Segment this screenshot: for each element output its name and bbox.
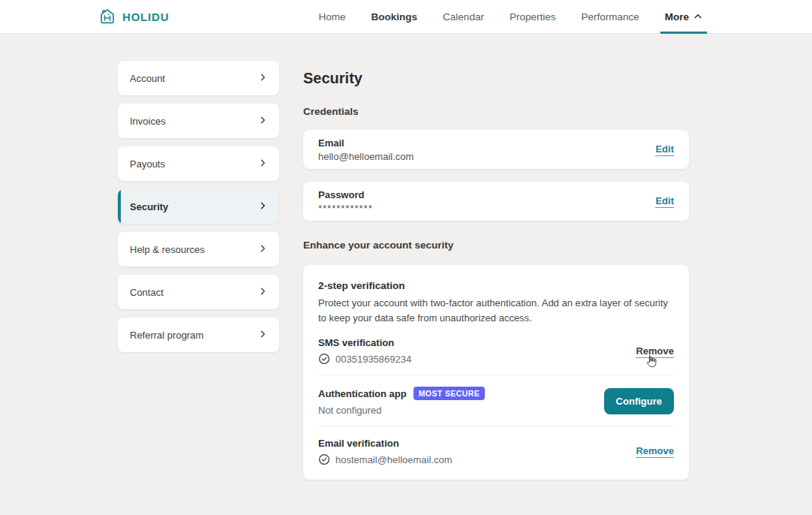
sidebar-item-security[interactable]: Security <box>118 189 279 224</box>
password-credential-row: Password ************ Edit <box>303 182 689 221</box>
sidebar-item-invoices[interactable]: Invoices <box>118 104 279 138</box>
chevron-right-icon <box>258 73 267 84</box>
brand-name: HOLIDU <box>122 11 169 23</box>
nav-item-performance[interactable]: Performance <box>581 0 639 33</box>
sidebar-item-referral-program[interactable]: Referral program <box>118 318 279 352</box>
nav-item-bookings[interactable]: Bookings <box>371 0 418 33</box>
configure-authentication-app-button[interactable]: Configure <box>604 388 674 414</box>
authentication-app-status: Not configured <box>318 405 382 416</box>
sms-verification-row: SMS verification 00351935869234 Remove <box>318 326 674 375</box>
two-step-verification-description: Protect your account with two-factor aut… <box>318 296 674 326</box>
email-verification-row: Email verification hostemail@helloemail.… <box>318 426 674 475</box>
two-step-verification-title: 2-step verification <box>318 280 674 291</box>
chevron-right-icon <box>258 330 267 341</box>
settings-sidebar: Account Invoices Payouts Security Help &… <box>118 61 279 480</box>
sidebar-item-account[interactable]: Account <box>118 61 279 95</box>
chevron-right-icon <box>258 116 267 127</box>
check-circle-icon <box>318 453 330 465</box>
security-settings-panel: Security Credentials Email hello@helloem… <box>303 61 689 480</box>
chevron-right-icon <box>258 158 267 170</box>
credentials-heading: Credentials <box>303 106 689 117</box>
email-verification-label: Email verification <box>318 438 453 449</box>
password-label: Password <box>318 189 373 200</box>
authentication-app-label: Authentication app <box>318 388 407 399</box>
nav-item-home[interactable]: Home <box>319 0 346 33</box>
email-credential-row: Email hello@helloemail.com Edit <box>303 130 689 169</box>
chevron-right-icon <box>258 201 267 212</box>
edit-email-button[interactable]: Edit <box>655 143 674 156</box>
enhance-security-heading: Enhance your account security <box>303 239 689 251</box>
sms-phone-number: 00351935869234 <box>335 354 411 365</box>
sms-verification-label: SMS verification <box>318 337 411 348</box>
sidebar-item-payouts[interactable]: Payouts <box>118 146 279 181</box>
authentication-app-row: Authentication app MOST SECURE Not confi… <box>318 375 674 426</box>
main-nav: Home Bookings Calendar Properties Perfor… <box>319 0 702 33</box>
most-secure-badge: MOST SECURE <box>414 387 485 400</box>
chevron-up-icon <box>693 12 702 21</box>
email-value: hello@helloemail.com <box>318 151 414 162</box>
nav-item-more[interactable]: More <box>665 0 702 33</box>
two-step-verification-card: 2-step verification Protect your account… <box>303 265 689 480</box>
chevron-right-icon <box>258 287 267 298</box>
sidebar-item-contact[interactable]: Contact <box>118 275 279 309</box>
page-title: Security <box>303 70 689 87</box>
nav-item-properties[interactable]: Properties <box>510 0 556 33</box>
edit-password-button[interactable]: Edit <box>655 195 674 208</box>
sidebar-item-help-resources[interactable]: Help & resources <box>118 232 279 267</box>
password-value: ************ <box>318 203 373 214</box>
brand-logo[interactable]: HOLIDU <box>98 7 169 26</box>
nav-item-calendar[interactable]: Calendar <box>443 0 484 33</box>
email-label: Email <box>318 137 414 149</box>
verification-email-address: hostemail@helloemail.com <box>335 454 453 465</box>
top-navigation-bar: HOLIDU Home Bookings Calendar Properties… <box>0 0 812 34</box>
check-circle-icon <box>318 353 330 365</box>
remove-sms-button[interactable]: Remove <box>636 345 674 358</box>
chevron-right-icon <box>258 244 267 255</box>
remove-email-verification-button[interactable]: Remove <box>636 445 674 458</box>
house-logo-icon <box>98 7 117 26</box>
active-tab-underline <box>660 32 707 34</box>
